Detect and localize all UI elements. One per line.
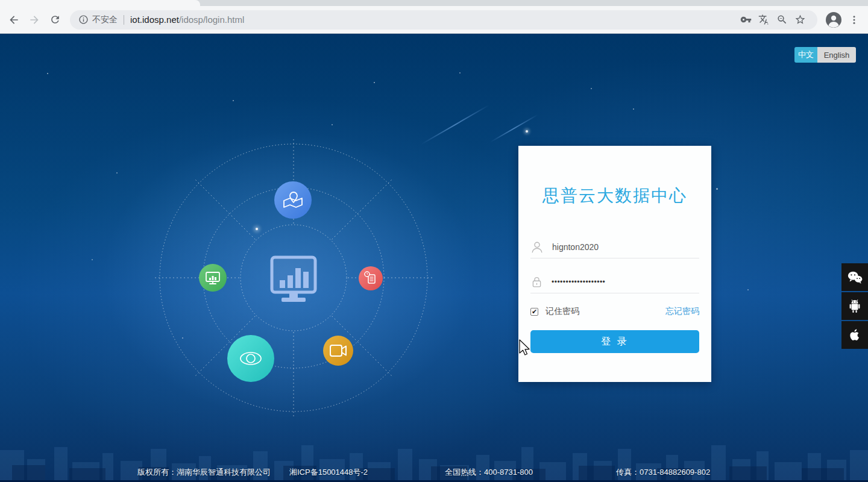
url-divider: [124, 15, 124, 25]
profile-button[interactable]: [822, 8, 845, 31]
login-title: 思普云大数据中心: [518, 184, 711, 207]
star-dot: [747, 289, 749, 290]
star-dot: [526, 130, 528, 133]
meteor-streak: [491, 114, 538, 143]
browser-toolbar: 不安全 iot.idosp.net/idosp/login.html: [0, 6, 868, 34]
star-dot: [374, 82, 375, 83]
browser-menu-button[interactable]: [845, 8, 863, 31]
user-icon: [530, 240, 544, 254]
username-input[interactable]: [552, 242, 699, 252]
star-dot: [92, 259, 93, 260]
language-toggle: 中文 English: [794, 47, 856, 63]
map-pin-icon: [274, 181, 312, 219]
wechat-icon: [847, 270, 863, 284]
login-options-row: ✔ 记住密码 忘记密码: [530, 304, 699, 319]
security-label: 不安全: [92, 14, 118, 25]
password-input[interactable]: [552, 278, 699, 286]
hero-graphic: [137, 133, 450, 422]
star-dot: [633, 108, 634, 110]
omnibox[interactable]: 不安全 iot.idosp.net/idosp/login.html: [70, 10, 817, 30]
star-dot: [332, 124, 333, 125]
star-dot: [233, 100, 234, 101]
forward-button[interactable]: [24, 10, 45, 30]
info-icon[interactable]: [78, 14, 89, 25]
forgot-password-link[interactable]: 忘记密码: [665, 306, 699, 317]
login-button[interactable]: 登 录: [530, 330, 699, 353]
login-card: 思普云大数据中心 ✔ 记住密码 忘记密码 登 录: [518, 146, 711, 382]
apple-button[interactable]: [841, 321, 868, 349]
icp-number: 湘ICP备15001448号-2: [289, 467, 368, 478]
mini-monitor-icon: [199, 264, 227, 292]
url-text: iot.idosp.net/idosp/login.html: [130, 14, 244, 25]
key-icon: [740, 14, 752, 25]
android-button[interactable]: [841, 292, 868, 320]
star-dot: [591, 88, 592, 89]
zoom-out-icon: [776, 14, 788, 25]
forward-icon: [28, 14, 40, 26]
bookmark-button[interactable]: [791, 11, 809, 29]
password-field-row: [530, 271, 699, 293]
tab-strip: [0, 0, 868, 6]
page-footer: 版权所有：湖南华辰智通科技有限公司 湘ICP备15001448号-2 全国热线：…: [0, 467, 868, 477]
star-dot: [459, 72, 461, 74]
reload-button[interactable]: [45, 10, 65, 30]
back-button[interactable]: [4, 10, 24, 30]
report-clock-icon: [359, 266, 383, 290]
apple-icon: [848, 328, 861, 342]
remember-checkbox[interactable]: ✔: [530, 308, 538, 316]
star-dot: [716, 188, 718, 190]
back-icon: [8, 14, 20, 26]
star-dot: [47, 73, 48, 74]
active-tab[interactable]: [0, 0, 200, 6]
lang-english-button[interactable]: English: [817, 47, 856, 63]
copyright-text: 版权所有：湖南华辰智通科技有限公司: [137, 467, 271, 478]
login-page: 中文 English: [0, 34, 868, 482]
url-host: iot.idosp.net: [130, 14, 179, 25]
wechat-button[interactable]: [841, 263, 868, 291]
kebab-menu-icon: [849, 14, 860, 25]
android-icon: [848, 299, 861, 313]
browser-chrome: 不安全 iot.idosp.net/idosp/login.html: [0, 0, 868, 34]
saved-password-button[interactable]: [737, 11, 755, 29]
star-icon: [794, 14, 806, 25]
eye-icon: [227, 335, 274, 382]
zoom-button[interactable]: [773, 11, 791, 29]
video-camera-icon: [323, 336, 353, 366]
mouse-cursor: [517, 339, 530, 357]
fax-text: 传真：0731-84882609-802: [616, 467, 710, 478]
translate-button[interactable]: [755, 11, 773, 29]
lock-icon: [530, 275, 543, 289]
hotline-text: 全国热线：400-8731-800: [445, 467, 533, 478]
remember-label: 记住密码: [546, 306, 579, 317]
reload-icon: [49, 14, 61, 25]
profile-icon: [825, 11, 842, 28]
social-links: [841, 263, 868, 349]
lang-chinese-button[interactable]: 中文: [794, 47, 817, 63]
url-path: /idosp/login.html: [179, 14, 244, 25]
monitor-bar-chart-icon: [272, 257, 315, 302]
star-dot: [116, 172, 118, 174]
translate-icon: [758, 14, 770, 25]
username-field-row: [530, 236, 699, 258]
